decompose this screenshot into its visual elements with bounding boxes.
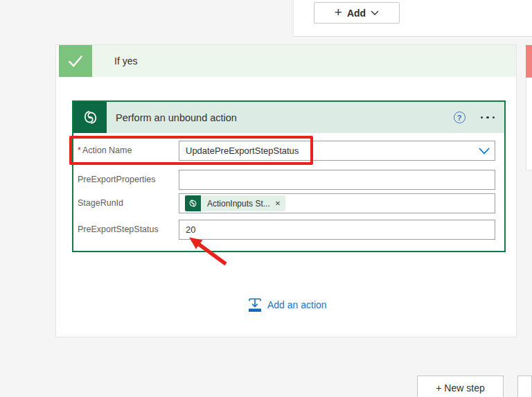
unbound-action-card: Perform an unbound action ? *Action Name…	[72, 100, 506, 252]
flow-designer-canvas: + Add If yes Perfo	[0, 0, 532, 397]
connector-tile	[73, 102, 107, 133]
checkmark-icon	[66, 52, 85, 70]
preexportstepstatus-input[interactable]	[179, 220, 495, 240]
dataverse-icon	[81, 108, 100, 127]
if-no-branch-panel-fragment	[526, 78, 532, 170]
token-connector-tile	[185, 195, 201, 211]
add-an-action-label: Add an action	[267, 299, 327, 310]
check-square	[59, 45, 92, 77]
add-case-button[interactable]: + Add	[314, 2, 400, 24]
combobox-chevron-icon[interactable]	[478, 147, 490, 155]
stagerunid-input[interactable]: ActionInputs St... ✕	[179, 193, 495, 213]
token-label: ActionInputs St...	[201, 199, 274, 209]
required-marker: *	[78, 145, 81, 155]
save-button-fragment[interactable]	[517, 376, 532, 397]
ellipsis-menu-icon[interactable]	[481, 116, 495, 119]
action-name-input[interactable]	[179, 141, 495, 161]
preexportstepstatus-label: PreExportStepStatus	[78, 224, 159, 234]
new-step-button[interactable]: + New step	[417, 376, 504, 397]
chevron-down-icon	[371, 10, 379, 16]
plus-icon: +	[335, 6, 342, 19]
preexportproperties-label: PreExportProperties	[78, 175, 156, 184]
action-name-label: *Action Name	[78, 145, 132, 155]
insert-action-icon	[247, 298, 263, 313]
action-card-header[interactable]: Perform an unbound action ?	[73, 102, 504, 133]
help-icon[interactable]: ?	[454, 112, 466, 123]
if-no-branch-header-fragment[interactable]	[526, 45, 532, 78]
if-yes-branch-header[interactable]: If yes	[59, 45, 516, 77]
dataverse-icon	[188, 198, 198, 209]
preexportproperties-input[interactable]	[179, 170, 495, 190]
dynamic-content-token[interactable]: ActionInputs St... ✕	[185, 195, 285, 211]
token-remove-icon[interactable]: ✕	[274, 200, 285, 207]
if-yes-label: If yes	[114, 55, 137, 67]
action-card-title: Perform an unbound action	[116, 112, 454, 123]
add-button-label: Add	[347, 8, 366, 19]
stagerunid-label: StageRunId	[78, 198, 123, 208]
add-an-action-link[interactable]: Add an action	[247, 298, 327, 313]
